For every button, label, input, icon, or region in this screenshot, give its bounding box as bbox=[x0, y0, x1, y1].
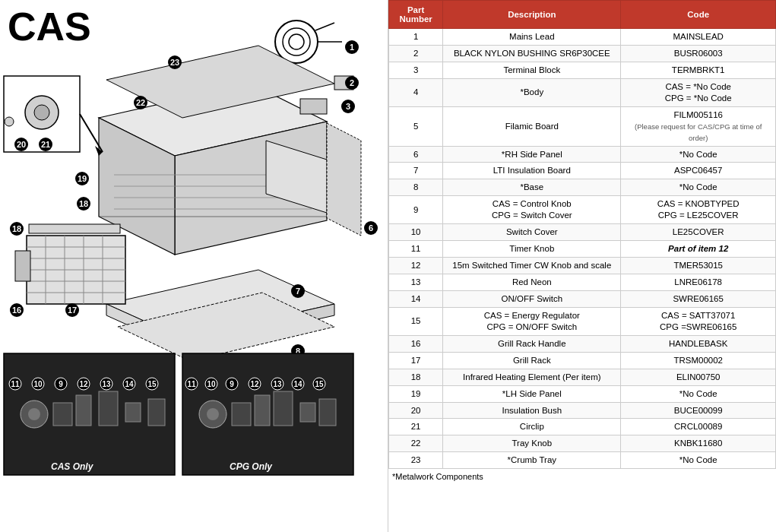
code-cell: *No Code bbox=[621, 452, 776, 469]
svg-text:22: 22 bbox=[136, 98, 145, 107]
svg-text:CAS Only: CAS Only bbox=[51, 461, 94, 472]
code-cell: BUCE00099 bbox=[621, 402, 776, 419]
description-cell: *Body bbox=[443, 78, 621, 106]
parts-table: Part Number Description Code 1Mains Lead… bbox=[388, 0, 776, 469]
table-row: 19*LH Side Panel*No Code bbox=[389, 385, 776, 402]
code-cell: CAS = KNOBTYPEDCPG = LE25COVER bbox=[621, 196, 776, 224]
code-cell: TERMBRKT1 bbox=[621, 62, 776, 78]
svg-text:18: 18 bbox=[12, 224, 21, 233]
code-cell: ASPC06457 bbox=[621, 163, 776, 179]
table-row: 7LTI Insulation BoardASPC06457 bbox=[389, 163, 776, 179]
description-cell: *RH Side Panel bbox=[443, 146, 621, 163]
description-cell: LTI Insulation Board bbox=[443, 163, 621, 179]
table-row: 22Tray KnobKNBK11680 bbox=[389, 435, 776, 452]
svg-text:21: 21 bbox=[41, 140, 50, 149]
part-number-cell: 10 bbox=[389, 224, 443, 241]
code-cell: LE25COVER bbox=[621, 224, 776, 241]
svg-rect-57 bbox=[29, 224, 120, 233]
part-number-cell: 6 bbox=[389, 146, 443, 163]
table-row: 20Insulation BushBUCE00099 bbox=[389, 402, 776, 419]
part-number-cell: 15 bbox=[389, 307, 443, 335]
table-row: 10Switch CoverLE25COVER bbox=[389, 224, 776, 241]
svg-rect-82 bbox=[148, 399, 165, 426]
parts-table-panel: Part Number Description Code 1Mains Lead… bbox=[388, 0, 776, 532]
col-header-code: Code bbox=[621, 1, 776, 29]
table-row: 17Grill RackTRSM00002 bbox=[389, 352, 776, 369]
code-cell: KNBK11680 bbox=[621, 435, 776, 452]
svg-text:17: 17 bbox=[68, 306, 77, 315]
part-number-cell: 2 bbox=[389, 45, 443, 62]
svg-point-64 bbox=[34, 105, 49, 120]
table-row: 23*Crumb Tray*No Code bbox=[389, 452, 776, 469]
code-cell: MAINSLEAD bbox=[621, 29, 776, 46]
part-number-cell: 19 bbox=[389, 385, 443, 402]
svg-point-100 bbox=[207, 408, 219, 420]
diagram-panel: CAS 1 bbox=[0, 0, 388, 532]
part-number-cell: 13 bbox=[389, 274, 443, 291]
code-cell: *No Code bbox=[621, 385, 776, 402]
part-number-cell: 1 bbox=[389, 29, 443, 46]
svg-text:12: 12 bbox=[250, 380, 259, 388]
svg-marker-31 bbox=[327, 123, 361, 236]
part-number-cell: 14 bbox=[389, 290, 443, 307]
description-cell: Terminal Block bbox=[443, 62, 621, 78]
svg-rect-105 bbox=[319, 399, 336, 426]
svg-rect-101 bbox=[232, 403, 251, 426]
part-number-cell: 16 bbox=[389, 335, 443, 352]
table-row: 1Mains LeadMAINSLEAD bbox=[389, 29, 776, 46]
description-cell: *Base bbox=[443, 179, 621, 196]
table-row: 2BLACK NYLON BUSHING SR6P30CEEBUSR06003 bbox=[389, 45, 776, 62]
description-cell: Switch Cover bbox=[443, 224, 621, 241]
svg-text:16: 16 bbox=[12, 306, 21, 315]
svg-point-8 bbox=[275, 21, 318, 63]
part-number-cell: 5 bbox=[389, 106, 443, 146]
part-number-cell: 20 bbox=[389, 402, 443, 419]
svg-text:9: 9 bbox=[59, 380, 63, 388]
svg-text:10: 10 bbox=[33, 380, 43, 388]
description-cell: Insulation Bush bbox=[443, 402, 621, 419]
part-number-cell: 22 bbox=[389, 435, 443, 452]
description-cell: *Crumb Tray bbox=[443, 452, 621, 469]
svg-text:14: 14 bbox=[293, 380, 302, 388]
table-row: 1215m Switched Timer CW Knob and scaleTM… bbox=[389, 258, 776, 274]
part-number-cell: 7 bbox=[389, 163, 443, 179]
part-number-cell: 8 bbox=[389, 179, 443, 196]
code-cell: FILM005116(Please request for CAS/CPG at… bbox=[621, 106, 776, 146]
code-cell: TRSM00002 bbox=[621, 352, 776, 369]
svg-rect-18 bbox=[300, 99, 327, 114]
part-number-cell: 9 bbox=[389, 196, 443, 224]
svg-text:7: 7 bbox=[296, 287, 300, 296]
code-cell: Part of item 12 bbox=[621, 241, 776, 258]
svg-rect-103 bbox=[274, 391, 293, 426]
code-cell: *No Code bbox=[621, 179, 776, 196]
table-row: 3Terminal BlockTERMBRKT1 bbox=[389, 62, 776, 78]
svg-point-67 bbox=[5, 117, 14, 126]
svg-text:6: 6 bbox=[369, 223, 373, 233]
part-number-cell: 17 bbox=[389, 352, 443, 369]
code-cell: TMER53015 bbox=[621, 258, 776, 274]
table-row: 16Grill Rack HandleHANDLEBASK bbox=[389, 335, 776, 352]
svg-line-11 bbox=[315, 23, 334, 30]
code-cell: HANDLEBASK bbox=[621, 335, 776, 352]
part-number-cell: 23 bbox=[389, 452, 443, 469]
table-row: 21CirclipCRCL00089 bbox=[389, 419, 776, 435]
code-cell: *No Code bbox=[621, 146, 776, 163]
svg-text:14: 14 bbox=[125, 380, 134, 388]
description-cell: *LH Side Panel bbox=[443, 385, 621, 402]
product-title: CAS bbox=[8, 4, 91, 49]
svg-text:12: 12 bbox=[79, 380, 88, 388]
code-cell: CRCL00089 bbox=[621, 419, 776, 435]
code-cell: BUSR06003 bbox=[621, 45, 776, 62]
svg-text:11: 11 bbox=[11, 380, 20, 388]
table-row: 11Timer KnobPart of item 12 bbox=[389, 241, 776, 258]
svg-text:10: 10 bbox=[207, 380, 216, 388]
svg-text:15: 15 bbox=[147, 380, 157, 388]
svg-rect-79 bbox=[76, 395, 91, 426]
footnote: *Metalwork Components bbox=[388, 469, 776, 484]
code-cell: SWRE06165 bbox=[621, 290, 776, 307]
svg-text:20: 20 bbox=[17, 140, 26, 149]
svg-rect-52 bbox=[15, 251, 30, 281]
description-cell: BLACK NYLON BUSHING SR6P30CEE bbox=[443, 45, 621, 62]
svg-text:2: 2 bbox=[350, 78, 354, 87]
svg-text:18: 18 bbox=[79, 199, 88, 208]
